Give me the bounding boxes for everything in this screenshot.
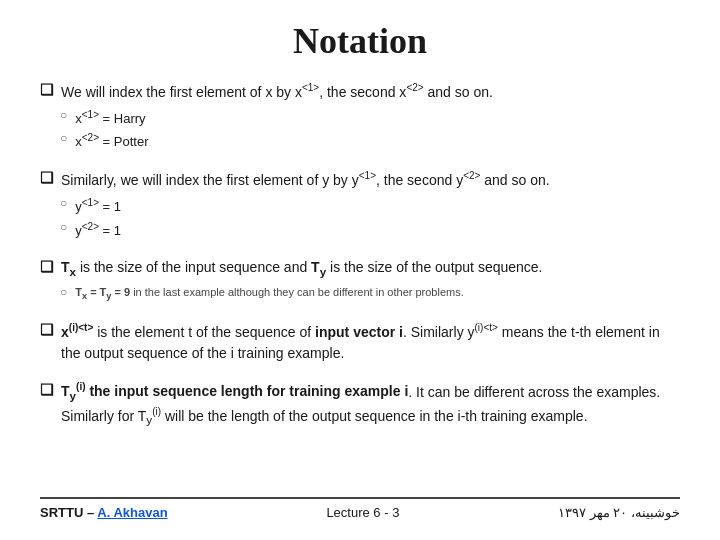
sub-bullet-text-1-2: x<2> = Potter [75, 130, 148, 152]
bullet-symbol-5: ❑ [40, 381, 53, 399]
bullet-item-1: ❑ We will index the first element of x b… [40, 80, 680, 103]
bullet-symbol-1: ❑ [40, 81, 53, 99]
sub-bullet-symbol-2-2: ○ [60, 220, 67, 234]
footer-institution: SRTTU – [40, 505, 97, 520]
bullet-symbol-3: ❑ [40, 258, 53, 276]
footer: SRTTU – A. Akhavan Lecture 6 - 3 خوشبینه… [40, 497, 680, 520]
bullet-item-2: ❑ Similarly, we will index the first ele… [40, 168, 680, 191]
sub-bullets-2: ○ y<1> = 1 ○ y<2> = 1 [60, 195, 680, 241]
bullet-item-3: ❑ Tx is the size of the input sequence a… [40, 257, 680, 280]
footer-left: SRTTU – A. Akhavan [40, 505, 168, 520]
bullet-symbol-4: ❑ [40, 321, 53, 339]
bullet-text-2: Similarly, we will index the first eleme… [61, 168, 680, 191]
bullet-block-3: ❑ Tx is the size of the input sequence a… [40, 257, 680, 304]
content-area: ❑ We will index the first element of x b… [40, 80, 680, 489]
bullet-text-3: Tx is the size of the input sequence and… [61, 257, 680, 280]
slide-title: Notation [40, 20, 680, 62]
sub-bullet-1-1: ○ x<1> = Harry [60, 107, 680, 129]
bullet-text-4: x(i)<t> is the element t of the sequence… [61, 320, 680, 364]
sub-bullet-text-2-2: y<2> = 1 [75, 219, 121, 241]
bullet-item-5: ❑ Ty(i) the input sequence length for tr… [40, 380, 680, 430]
footer-right: خوشبینه، ۲۰ مهر ۱۳۹۷ [558, 505, 680, 520]
sub-bullet-3-1: ○ Tx = Ty = 9 in the last example althou… [60, 284, 680, 304]
sub-bullets-1: ○ x<1> = Harry ○ x<2> = Potter [60, 107, 680, 153]
bullet-item-4: ❑ x(i)<t> is the element t of the sequen… [40, 320, 680, 364]
sub-bullet-text-1-1: x<1> = Harry [75, 107, 145, 129]
bullet-block-1: ❑ We will index the first element of x b… [40, 80, 680, 152]
slide: Notation ❑ We will index the first eleme… [0, 0, 720, 540]
footer-author-link[interactable]: A. Akhavan [97, 505, 167, 520]
sub-bullet-symbol-1-1: ○ [60, 108, 67, 122]
bullet-text-1: We will index the first element of x by … [61, 80, 680, 103]
sub-bullets-3: ○ Tx = Ty = 9 in the last example althou… [60, 284, 680, 304]
sub-bullet-2-1: ○ y<1> = 1 [60, 195, 680, 217]
sub-bullet-text-2-1: y<1> = 1 [75, 195, 121, 217]
footer-center: Lecture 6 - 3 [326, 505, 399, 520]
bullet-symbol-2: ❑ [40, 169, 53, 187]
sub-bullet-text-3-1: Tx = Ty = 9 in the last example although… [75, 284, 464, 304]
sub-bullet-symbol-1-2: ○ [60, 131, 67, 145]
bullet-block-5: ❑ Ty(i) the input sequence length for tr… [40, 380, 680, 430]
bullet-block-2: ❑ Similarly, we will index the first ele… [40, 168, 680, 240]
bullet-text-5: Ty(i) the input sequence length for trai… [61, 380, 680, 430]
sub-bullet-1-2: ○ x<2> = Potter [60, 130, 680, 152]
sub-bullet-2-2: ○ y<2> = 1 [60, 219, 680, 241]
sub-bullet-symbol-3-1: ○ [60, 285, 67, 299]
sub-bullet-symbol-2-1: ○ [60, 196, 67, 210]
bullet-block-4: ❑ x(i)<t> is the element t of the sequen… [40, 320, 680, 364]
